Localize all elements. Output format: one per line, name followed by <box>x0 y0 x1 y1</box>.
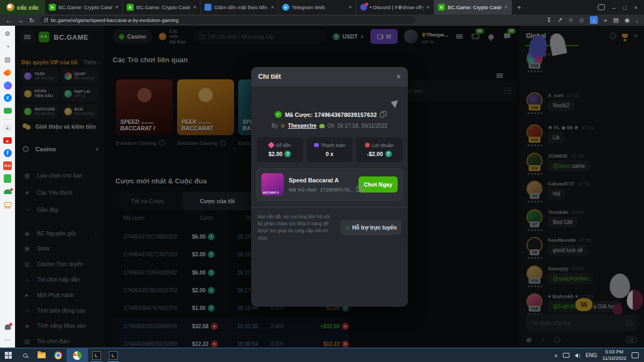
file-explorer-icon[interactable] <box>33 349 50 362</box>
download-tray-icon[interactable]: ↓ <box>636 17 639 24</box>
hot-trends-icon[interactable] <box>3 68 12 77</box>
support-section: Mọi vấn đề, xin vui lòng liên hệ với bộ … <box>251 207 408 248</box>
network-icon[interactable] <box>563 353 569 358</box>
language-indicator[interactable]: ENG <box>586 352 597 358</box>
save-page-icon[interactable]: ↧ <box>546 17 551 24</box>
frog-emoji-icon <box>319 124 325 128</box>
verified-icon <box>275 111 282 118</box>
headphones-icon <box>345 224 349 231</box>
green-app-icon[interactable] <box>3 174 12 183</box>
support-text: Mọi vấn đề, xin vui lòng liên hệ với bộ … <box>258 213 335 242</box>
game-name: Speed Baccarat A <box>289 177 354 183</box>
history-icon[interactable]: ◔ <box>3 42 12 51</box>
youtube-icon[interactable]: ▶ <box>3 136 12 145</box>
share-icon[interactable]: ↗ <box>557 17 562 24</box>
settings-gear-icon[interactable]: ⚙ <box>3 29 12 38</box>
clock[interactable]: 5:03 PM11/16/2022 <box>603 349 626 361</box>
hat-app-icon[interactable] <box>3 187 12 196</box>
back-button[interactable]: ← <box>5 17 12 24</box>
blue-favicon <box>204 4 211 11</box>
game-thumbnail[interactable]: BACCARAT A <box>261 173 284 196</box>
bet-id-line: Mã Cược: 1749643678039157632 <box>251 111 408 118</box>
modal-title: Chi tiết <box>258 73 281 80</box>
game-id: 172805f7c7b... <box>320 187 354 193</box>
volume-icon[interactable]: ) <box>575 353 580 358</box>
tab-close-icon[interactable] <box>271 4 274 10</box>
profit-icon <box>365 143 370 147</box>
league-of-legends-icon-2[interactable] <box>105 349 121 362</box>
tab-discord[interactable]: • Discord | #♛show-off-you <box>356 0 434 14</box>
tab-close-icon[interactable] <box>504 4 508 10</box>
tab-telegram[interactable]: ▸ Telegram Web <box>279 0 356 14</box>
play-now-button[interactable]: Chơi Ngay <box>358 176 398 193</box>
bet-timestamp: 16:17:18, 16/11/2022 <box>337 123 387 129</box>
bet-stats: Số tiền $2.00T Thanh toán 0 x Lợi nhuận … <box>257 137 402 162</box>
tab-search-icon[interactable] <box>598 4 605 10</box>
tab-close-icon[interactable] <box>115 4 119 10</box>
share-icon[interactable] <box>391 98 401 108</box>
card-icon <box>314 143 319 147</box>
downloads-icon[interactable]: ↓ <box>590 16 598 24</box>
bcgame-favicon: b <box>49 4 56 11</box>
more-options-icon[interactable]: ⋯ <box>3 336 12 344</box>
screen: cốc cốc b BC.Game: Crypto Casino Gam b B… <box>0 0 644 362</box>
browser-siderail: ⚙ ◔ ▤ Z + ▶ f 25.11 ⋯ <box>0 26 15 348</box>
browser-toolbar: ← → ↻ bc.game/vi/game/speed-baccarat-a-b… <box>0 14 644 26</box>
crown-icon <box>281 123 286 129</box>
facebook-icon[interactable]: f <box>4 149 12 157</box>
tab-bcgame-active[interactable]: b BC.Game: Crypto Casino Gam <box>434 0 512 14</box>
telegram-favicon: ▸ <box>282 4 289 11</box>
reload-button[interactable]: ↻ <box>29 17 34 24</box>
tab-close-icon[interactable] <box>349 4 352 10</box>
new-tab-button[interactable] <box>512 0 526 14</box>
modal-close-icon[interactable] <box>397 72 401 81</box>
bet-details-modal: Chi tiết Mã Cược: 1749643678039157632 By… <box>251 67 408 307</box>
zalo-icon[interactable]: Z <box>4 94 12 102</box>
league-of-legends-icon[interactable] <box>88 349 105 362</box>
bettor-link[interactable]: Thespectre <box>288 123 317 129</box>
webpage: BC.GAME Đặc quyền VIP của tôi Thêm TASKb… <box>15 26 644 348</box>
games-icon[interactable] <box>3 106 12 115</box>
tab-giam-tien-mat[interactable]: Giảm tiền mặt theo tiến hóa <box>201 0 279 14</box>
start-button[interactable] <box>0 349 17 362</box>
stat-payout: Thanh toán 0 x <box>306 137 353 162</box>
forward-button[interactable]: → <box>17 17 24 24</box>
chrome-icon[interactable] <box>50 349 67 362</box>
action-center-icon[interactable] <box>632 352 639 358</box>
shield-icon[interactable]: ◇ <box>580 17 584 24</box>
sale-2511-icon[interactable]: 25.11 <box>3 161 12 170</box>
system-tray: ) ENG 5:03 PM11/16/2022 <box>549 349 644 361</box>
close-window-button[interactable] <box>634 4 638 11</box>
bcgame-favicon: b <box>438 4 445 11</box>
tab-close-icon[interactable] <box>193 4 196 10</box>
divider <box>3 119 12 120</box>
usdt-coin-icon: T <box>284 151 291 157</box>
minimize-button[interactable] <box>612 4 616 11</box>
bookmark-star-icon[interactable]: ☆ <box>568 17 574 24</box>
hidden-icons-chevron[interactable] <box>554 352 558 358</box>
bet-id: 1749643678039157632 <box>314 112 377 118</box>
shop-cart-icon[interactable] <box>3 200 12 209</box>
tab-close-icon[interactable] <box>427 4 430 10</box>
tab-bcgame-1[interactable]: b BC.Game: Crypto Casino Gam <box>45 0 123 14</box>
profile-icon[interactable]: ◉ <box>625 17 630 24</box>
coccoc-taskbar-icon[interactable] <box>67 349 88 362</box>
add-shortcut-button[interactable]: + <box>4 124 12 132</box>
live-support-button[interactable]: Hỗ trợ trực tuyến <box>340 220 401 235</box>
maximize-button[interactable] <box>623 4 627 11</box>
modal-header: Chi tiết <box>251 67 408 86</box>
extensions-icon[interactable]: + <box>604 17 607 24</box>
notification-bell-icon[interactable] <box>3 323 12 331</box>
messenger-icon[interactable] <box>3 81 12 90</box>
taskbar-search-icon[interactable] <box>17 349 33 362</box>
address-bar[interactable]: bc.game/vi/game/speed-baccarat-a-by-evol… <box>40 16 415 24</box>
coccoc-brand[interactable]: cốc cốc <box>0 0 45 14</box>
toolbar-icons: ↧ ↗ ☆ ◇ ↓ + ▤ ◉ ↓ <box>546 16 639 24</box>
tab-bcgame-2[interactable]: b BC.Game: Crypto Casino Gam <box>123 0 201 14</box>
lock-icon <box>44 19 48 22</box>
bettor-line: By Thespectre On 16:17:18, 16/11/2022 <box>251 123 408 129</box>
copy-icon[interactable] <box>380 112 384 117</box>
reading-list-icon[interactable]: ▤ <box>3 55 12 64</box>
sidebar-toggle-icon[interactable]: ▤ <box>613 17 618 24</box>
copy-icon[interactable] <box>356 187 361 192</box>
